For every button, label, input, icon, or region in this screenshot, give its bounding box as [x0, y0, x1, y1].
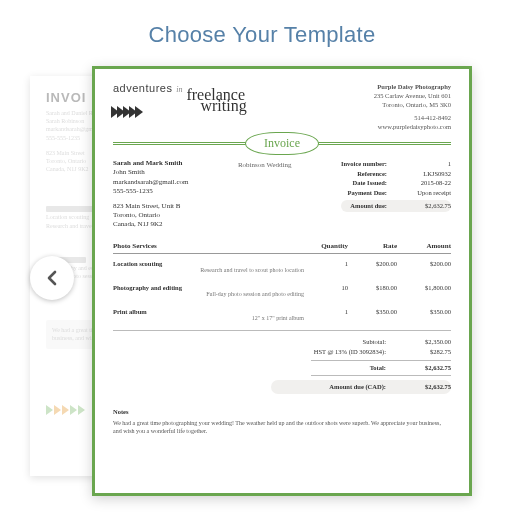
company-info: Purple Daisy Photography 235 Carlaw Aven… — [374, 83, 451, 132]
line-items-table: Photo Services Quantity Rate Amount Loca… — [113, 242, 451, 331]
table-row: Location scoutingResearch and travel to … — [113, 254, 451, 278]
chevron-left-icon — [43, 265, 61, 291]
totals-block: Subtotal:$2,350.00 HST @ 13% (ID 3092834… — [113, 337, 451, 395]
template-carousel: INVOI Sarah and Daniel R Sarah Robinson … — [0, 66, 524, 506]
invoice-info: Invoice number:1 Reference:LKJS0932 Date… — [341, 159, 451, 230]
page-title: Choose Your Template — [0, 0, 524, 66]
brand-logo: adventures in freelance writing — [113, 83, 247, 118]
col-qty: Quantity — [308, 242, 348, 250]
col-service: Photo Services — [113, 242, 304, 250]
notes-block: Notes We had a great time photographing … — [113, 408, 451, 435]
client-block: Sarah and Mark Smith John Smith markands… — [113, 159, 188, 230]
chevrons-icon — [113, 106, 180, 118]
template-card-selected[interactable]: adventures in freelance writing Purple D… — [92, 66, 472, 496]
event-name: Robinson Wedding — [238, 159, 292, 230]
col-rate: Rate — [352, 242, 397, 250]
table-row: Photography and editingFull-day photo se… — [113, 278, 451, 302]
prev-template-button[interactable] — [30, 256, 74, 300]
invoice-badge: Invoice — [245, 132, 319, 155]
invoice-badge-rule: Invoice — [113, 142, 451, 145]
table-row: Print album12" x 17" print album 1 $350.… — [113, 302, 451, 326]
col-amount: Amount — [401, 242, 451, 250]
